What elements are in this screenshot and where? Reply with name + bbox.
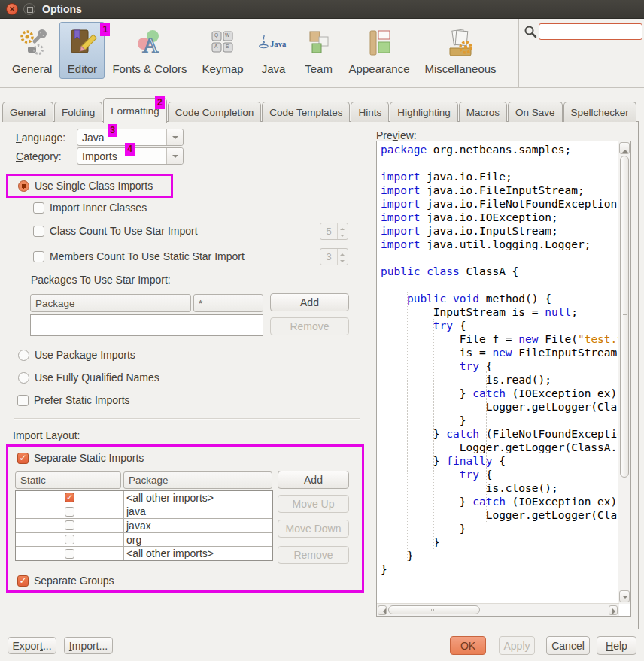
toolbar-item-fonts-colors[interactable]: AFonts & Colors <box>105 22 194 79</box>
tab-label: Folding <box>62 107 95 118</box>
column-header-static[interactable]: Static <box>15 471 121 489</box>
help-button[interactable]: Help <box>597 636 636 655</box>
members-count-static-star-checkbox[interactable]: Members Count To Use Static Star Import <box>33 250 245 262</box>
checkbox-icon[interactable] <box>65 535 74 544</box>
ok-button[interactable]: OK <box>450 636 486 655</box>
tab-hints[interactable]: Hints <box>351 102 389 122</box>
column-header-package[interactable]: Package <box>123 471 272 489</box>
toolbar-item-appearance[interactable]: Appearance <box>342 22 418 79</box>
checkbox-icon[interactable] <box>33 226 44 237</box>
tab-macros[interactable]: Macros <box>459 102 507 122</box>
spinner-down-icon[interactable] <box>338 232 348 240</box>
tab-code-completion[interactable]: Code Completion <box>168 102 261 122</box>
chevron-down-icon[interactable] <box>166 129 183 145</box>
static-cell[interactable] <box>16 547 124 560</box>
search-input[interactable] <box>539 23 642 40</box>
separate-static-imports-checkbox[interactable]: Separate Static Imports <box>17 452 144 464</box>
checkbox-icon[interactable] <box>33 202 44 214</box>
vertical-scrollbar[interactable] <box>618 141 630 604</box>
members-count-spinner[interactable]: 3 <box>320 248 348 265</box>
star-remove-button[interactable]: Remove <box>270 317 349 335</box>
close-icon[interactable]: × <box>6 3 18 15</box>
layout-move-up-button[interactable]: Move Up <box>278 495 349 513</box>
checkbox-icon[interactable] <box>65 493 74 502</box>
layout-add-button[interactable]: Add <box>278 471 349 489</box>
tab-formatting[interactable]: Formatting2 <box>103 98 167 123</box>
layout-remove-button[interactable]: Remove <box>278 546 349 564</box>
static-cell[interactable] <box>16 519 124 532</box>
static-cell[interactable] <box>16 491 124 505</box>
column-header-package[interactable]: Package <box>30 294 191 312</box>
class-count-star-import-checkbox[interactable]: Class Count To Use Star Import <box>33 225 198 237</box>
prefer-static-imports-checkbox[interactable]: Prefer Static Imports <box>17 394 130 406</box>
separate-groups-checkbox[interactable]: Separate Groups <box>17 575 114 587</box>
spinner-down-icon[interactable] <box>338 257 348 265</box>
checkbox-icon[interactable] <box>33 251 44 262</box>
package-cell[interactable]: org <box>124 533 272 547</box>
star-add-button[interactable]: Add <box>270 293 349 311</box>
splitter-grip[interactable] <box>369 362 374 368</box>
checkbox-icon[interactable] <box>17 395 29 406</box>
gears-icon <box>17 27 47 60</box>
import-layout-table[interactable]: <all other imports>javajavaxorg<all othe… <box>15 490 273 561</box>
scroll-right-icon[interactable] <box>609 605 618 615</box>
layout-move-down-button[interactable]: Move Down <box>278 520 349 538</box>
package-cell[interactable]: <all other imports> <box>124 547 272 560</box>
radio-icon[interactable] <box>18 350 29 361</box>
checkbox-icon[interactable] <box>17 453 29 464</box>
use-package-imports-radio[interactable]: Use Package Imports <box>18 349 135 361</box>
static-cell[interactable] <box>16 505 124 519</box>
toolbar-item-java[interactable]: JavaJava <box>251 22 296 79</box>
tab-on-save[interactable]: On Save <box>508 102 563 122</box>
radio-icon[interactable] <box>18 180 29 192</box>
import-inner-classes-checkbox[interactable]: Import Inner Classes <box>33 202 147 214</box>
tab-code-templates[interactable]: Code Templates <box>262 102 350 122</box>
checkbox-icon[interactable] <box>65 549 74 559</box>
table-row[interactable]: javax <box>16 519 272 533</box>
checkbox-label: Members Count To Use Static Star Import <box>50 250 245 262</box>
scroll-left-icon[interactable] <box>378 605 387 615</box>
horizontal-scrollbar-thumb[interactable] <box>388 605 480 614</box>
preview-code[interactable]: package org.netbeans.samples; import jav… <box>378 143 620 603</box>
horizontal-scrollbar[interactable] <box>377 603 619 616</box>
scroll-up-icon[interactable] <box>619 142 630 154</box>
tab-folding[interactable]: Folding <box>54 102 102 122</box>
toolbar-item-team[interactable]: Team <box>296 22 342 79</box>
star-import-table-body[interactable] <box>30 314 263 336</box>
toolbar-item-keymap[interactable]: QWASKeymap <box>195 22 251 79</box>
use-fully-qualified-names-radio[interactable]: Use Fully Qualified Names <box>18 371 159 384</box>
cancel-button[interactable]: Cancel <box>546 636 590 655</box>
column-header-star[interactable]: * <box>193 294 263 312</box>
import-button[interactable]: Import... <box>64 637 113 654</box>
vertical-scrollbar-thumb[interactable] <box>620 156 629 478</box>
maximize-icon[interactable] <box>23 3 35 15</box>
checkbox-icon[interactable] <box>65 507 74 517</box>
spinner-up-icon[interactable] <box>338 249 348 257</box>
scroll-down-icon[interactable] <box>619 590 630 602</box>
package-cell[interactable]: javax <box>124 519 272 532</box>
checkbox-icon[interactable] <box>17 575 29 587</box>
tab-spellchecker[interactable]: Spellchecker <box>564 102 636 122</box>
toolbar-item-editor[interactable]: Editor1 <box>59 22 105 79</box>
chevron-down-icon[interactable] <box>166 148 183 164</box>
toolbar-item-miscellaneous[interactable]: Miscellaneous <box>418 22 504 79</box>
checkbox-icon[interactable] <box>65 520 74 530</box>
export-button[interactable]: Export... <box>8 637 56 654</box>
checkbox-label: Import Inner Classes <box>50 202 147 214</box>
table-row[interactable]: org <box>16 533 272 547</box>
use-single-class-imports-radio[interactable]: Use Single Class Imports <box>18 180 153 192</box>
table-row[interactable]: <all other imports> <box>16 547 272 560</box>
spinner-up-icon[interactable] <box>338 223 348 232</box>
static-cell[interactable] <box>16 533 124 547</box>
package-cell[interactable]: java <box>124 505 272 519</box>
apply-button[interactable]: Apply <box>499 636 535 655</box>
class-count-spinner[interactable]: 5 <box>320 223 348 240</box>
toolbar-item-general[interactable]: General <box>5 22 59 79</box>
tab-general[interactable]: General <box>2 102 53 122</box>
radio-icon[interactable] <box>18 372 29 384</box>
package-cell[interactable]: <all other imports> <box>124 491 272 505</box>
table-row[interactable]: java <box>16 505 272 520</box>
preview-code-panel[interactable]: package org.netbeans.samples; import jav… <box>376 141 631 617</box>
tab-highlighting[interactable]: Highlighting <box>390 102 458 122</box>
table-row[interactable]: <all other imports> <box>16 491 272 505</box>
